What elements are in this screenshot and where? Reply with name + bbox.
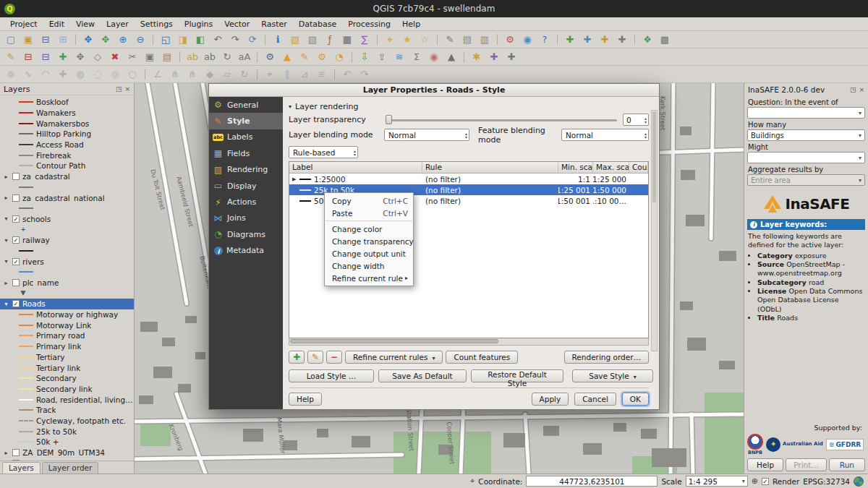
context-menu-item-change-transparency[interactable]: Change transparency — [325, 235, 413, 247]
raster-calculator-button[interactable]: ▩ — [657, 33, 673, 47]
close-panel-icon[interactable]: × — [859, 86, 864, 93]
map-tips-button[interactable]: ✱ — [469, 50, 485, 64]
collapse-icon[interactable]: ▾ — [3, 301, 9, 307]
layer-item-plc-name[interactable]: ▸plc_name — [0, 278, 134, 288]
show-bookmarks-button[interactable]: ☆ — [417, 33, 433, 47]
delete-selected-button[interactable]: ✖ — [107, 50, 123, 64]
layer-blending-combo[interactable]: Normal ▴▾ — [384, 129, 469, 141]
move-label-button[interactable]: ab — [202, 50, 218, 64]
layer-item-track[interactable]: Track — [0, 405, 134, 416]
pan-map-button[interactable]: ✥ — [80, 33, 96, 47]
rendering-order-button[interactable]: Rendering order… — [564, 351, 649, 364]
layer-visibility-checkbox[interactable] — [12, 449, 20, 456]
layer-visibility-checkbox[interactable] — [12, 194, 20, 202]
menu-processing[interactable]: Processing — [342, 18, 396, 30]
new-spatialite-layer-button[interactable]: ✚ — [486, 50, 502, 64]
composer-manager-button[interactable]: ▥ — [477, 33, 493, 47]
rotate-label-button[interactable]: ↻ — [219, 50, 235, 64]
context-menu-item-change-color[interactable]: Change color — [325, 223, 413, 235]
inasafe-options-button[interactable]: ⚙ — [314, 50, 330, 64]
panel-tab-layers[interactable]: Layers — [2, 462, 41, 474]
layer-visibility-checkbox[interactable]: ✓ — [12, 215, 20, 223]
dialog-tab-fields[interactable]: ▦Fields — [209, 145, 283, 161]
expand-icon[interactable]: ▸ — [3, 280, 9, 286]
layer-item-wamakersbos[interactable]: Wamakersbos — [0, 118, 134, 129]
load-style-button[interactable]: Load Style … — [289, 369, 374, 382]
save-as-default-button[interactable]: Save As Default — [378, 369, 467, 382]
menu-view[interactable]: View — [70, 18, 101, 30]
ok-button[interactable]: OK — [622, 393, 649, 406]
inasafe-combo-question-in-the-event-of[interactable]: ▾ — [747, 107, 865, 119]
select-features-button[interactable]: ▧ — [287, 33, 303, 47]
expand-icon[interactable]: ▸ — [3, 194, 9, 201]
move-feature-button[interactable]: ✥ — [72, 50, 88, 64]
layer-item-za-cadastral[interactable]: ▸za_cadastral — [0, 171, 134, 182]
zoom-full-button[interactable]: ◱ — [158, 33, 174, 47]
layer-item-primary-road[interactable]: Primary road — [0, 330, 134, 341]
column-header-rule[interactable]: Rule — [422, 162, 558, 173]
add-feature-button[interactable]: ✚ — [55, 50, 71, 64]
layer-item-za-dem-90m-utm34[interactable]: ▸ZA_DEM_90m_UTM34 — [0, 448, 134, 458]
layer-item-hilltop-parking[interactable]: Hilltop Parking — [0, 129, 134, 140]
layer-visibility-checkbox[interactable]: ✓ — [12, 258, 20, 265]
column-header-max-scale[interactable]: Max. scale — [593, 162, 629, 173]
panel-tab-layer-order[interactable]: Layer order — [42, 462, 99, 474]
layer-item-railway[interactable]: ▾✓railway — [0, 235, 134, 246]
save-project-button[interactable]: ⊟ — [38, 33, 54, 47]
layer-item-rivers[interactable]: ▾✓rivers — [0, 256, 134, 267]
edit-rule-button[interactable]: ✎ — [307, 351, 323, 364]
undock-panel-icon[interactable]: ◳ — [850, 86, 856, 93]
crs-status-globe-icon[interactable] — [854, 476, 864, 487]
menu-layer[interactable]: Layer — [101, 18, 135, 30]
processing-toolbox-button[interactable]: ⚙ — [262, 50, 278, 64]
layer-item-tertiary-link[interactable]: Tertiary link — [0, 362, 134, 373]
heatmap-button[interactable]: ◉ — [426, 50, 442, 64]
pan-to-selection-button[interactable]: ✥ — [98, 33, 114, 47]
rule-row-1-25000[interactable]: ▶1:25000(no filter)1:11:25 000 — [289, 174, 648, 184]
menu-database[interactable]: Database — [293, 18, 343, 30]
menu-project[interactable]: Project — [4, 18, 43, 30]
help-button[interactable]: Help — [747, 458, 783, 471]
feature-blending-combo[interactable]: Normal ▴▾ — [561, 129, 649, 141]
layer-symbol-row[interactable]: ▼ — [0, 288, 134, 299]
magnifier-icon[interactable]: ⊕ — [752, 476, 758, 486]
zoom-last-button[interactable]: ↶ — [210, 33, 226, 47]
restore-default-style-button[interactable]: Restore Default Style — [471, 369, 563, 382]
menu-plugins[interactable]: Plugins — [179, 18, 218, 30]
scale-combo[interactable]: 1:4 295 ▾ — [686, 476, 748, 487]
change-label-button[interactable]: aA — [237, 50, 252, 64]
interpolation-button[interactable]: ≋ — [391, 50, 407, 64]
layer-item-za-cadastral-national[interactable]: ▸za_cadastral_national — [0, 192, 134, 203]
python-console-button[interactable]: ◉ — [519, 33, 535, 47]
save-style-button[interactable]: Save Style▾ — [572, 369, 653, 382]
select-by-expression-button[interactable]: ƒ — [322, 33, 338, 47]
layer-item-access-road[interactable]: Access Road — [0, 140, 134, 150]
collapse-icon[interactable]: ▾ — [3, 258, 9, 265]
layer-visibility-checkbox[interactable]: ✓ — [12, 236, 20, 244]
layer-item-secondary[interactable]: Secondary — [0, 373, 134, 384]
layer-symbol-row[interactable]: + — [0, 224, 134, 235]
cancel-button[interactable]: Cancel — [574, 393, 616, 406]
help-button[interactable]: Help — [289, 393, 322, 406]
expand-icon[interactable]: ▶ — [292, 176, 299, 182]
zoom-to-layer-button[interactable]: ◧ — [192, 33, 208, 47]
dialog-tab-joins[interactable]: ⋈Joins — [209, 210, 283, 226]
osm-upload-button[interactable]: ⇧ — [374, 50, 390, 64]
menu-settings[interactable]: Settings — [135, 18, 179, 30]
context-menu-item-copy[interactable]: CopyCtrl+C — [325, 194, 413, 207]
measure-line-button[interactable]: ⌖ — [382, 33, 398, 47]
identify-features-button[interactable]: ℹ — [270, 33, 286, 47]
coordinate-input[interactable]: 447723,6235101 — [526, 476, 658, 487]
collapse-icon[interactable]: ▾ — [3, 237, 9, 244]
layer-visibility-checkbox[interactable] — [12, 279, 20, 286]
toggle-editing-button[interactable]: ✎ — [3, 50, 19, 64]
layer-rendering-section[interactable]: ▾ Layer rendering — [289, 100, 649, 112]
add-wms-layer-button[interactable]: ✚ — [614, 33, 630, 47]
close-panel-icon[interactable]: × — [124, 85, 130, 93]
layer-item-roads[interactable]: ▾✓Roads — [0, 299, 134, 309]
layer-item-firebreak[interactable]: Firebreak — [0, 150, 134, 160]
horizontal-scrollbar[interactable] — [289, 338, 649, 346]
open-attribute-table-button[interactable]: ▦ — [339, 33, 355, 47]
transparency-spinbox[interactable]: 0 ▴▾ — [623, 114, 649, 126]
slider-handle[interactable] — [386, 115, 392, 124]
